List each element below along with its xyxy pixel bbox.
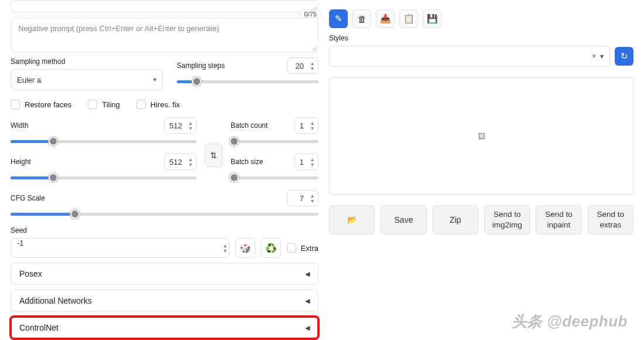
sampling-steps-label: Sampling steps [177, 62, 225, 70]
extra-checkbox[interactable]: Extra [287, 243, 318, 253]
open-folder-button[interactable]: 📂 [329, 205, 375, 234]
seed-label: Seed [11, 226, 318, 234]
output-preview: 🖼 [329, 77, 633, 195]
clipboard-button[interactable]: 📋 [399, 9, 418, 28]
send-extras-button[interactable]: Send to extras [588, 205, 633, 234]
sampling-method-label: Sampling method [11, 57, 163, 66]
batch-count-value: 1 [295, 121, 309, 130]
image-placeholder-icon: 🖼 [478, 132, 485, 141]
cfg-scale-slider[interactable] [11, 210, 318, 218]
refresh-icon: ↻ [621, 51, 628, 62]
folder-icon: 📂 [347, 215, 357, 225]
styles-select[interactable]: × ▾ [329, 46, 610, 67]
cfg-scale-input[interactable]: 7 ▴▾ [287, 190, 318, 206]
spinner-icon[interactable]: ▴▾ [224, 243, 227, 253]
refresh-styles-button[interactable]: ↻ [615, 47, 633, 66]
width-value: 512 [165, 121, 187, 130]
options-row: Restore faces Tiling Hires. fix [11, 100, 318, 109]
triangle-left-icon: ◀ [305, 270, 310, 278]
seed-input[interactable]: -1 ▴▾ [11, 238, 229, 258]
dice-icon: 🎲 [239, 243, 251, 254]
negative-prompt-placeholder: Negative prompt (press Ctrl+Enter or Alt… [18, 24, 219, 33]
hires-fix-checkbox[interactable]: Hires. fix [136, 100, 180, 109]
sampling-method-select[interactable]: Euler a ▾ [11, 69, 163, 90]
sampling-steps-slider[interactable] [177, 77, 318, 86]
inbox-button[interactable]: 📥 [376, 9, 395, 28]
accordion-label: Posex [19, 269, 42, 278]
extra-label: Extra [301, 244, 318, 253]
top-icon-row: ✎ 🗑 📥 📋 💾 [329, 9, 633, 28]
resize-grip-icon [311, 45, 317, 51]
accordion-label: ControlNet [19, 323, 59, 332]
spinner-icon[interactable]: ▴▾ [309, 157, 318, 167]
height-input[interactable]: 512 ▴▾ [164, 154, 197, 170]
chevron-down-icon: ▾ [153, 69, 156, 90]
save-icon-button[interactable]: 💾 [423, 9, 441, 28]
height-label: Height [11, 158, 31, 166]
height-slider[interactable] [11, 174, 197, 182]
send-img2img-button[interactable]: Send to img2img [484, 205, 530, 234]
watermark: 头条 @deephub [512, 311, 628, 332]
sampling-method-value: Euler a [17, 76, 41, 84]
reuse-seed-button[interactable]: ♻️ [261, 238, 281, 258]
spinner-icon[interactable]: ▴▾ [187, 120, 196, 131]
accordion-posex[interactable]: Posex ◀ [11, 263, 318, 285]
batch-count-label: Batch count [231, 121, 268, 130]
spinner-icon[interactable]: ▴▾ [187, 157, 196, 167]
floppy-icon: 💾 [427, 13, 438, 24]
width-label: Width [11, 121, 29, 130]
tiling-checkbox[interactable]: Tiling [88, 100, 120, 109]
clipboard-icon: 📋 [403, 13, 415, 24]
triangle-left-icon: ◀ [305, 324, 310, 332]
brush-icon: ✎ [335, 13, 342, 24]
inbox-icon: 📥 [380, 13, 391, 24]
trash-button[interactable]: 🗑 [352, 9, 371, 28]
styles-select-controls[interactable]: × ▾ [592, 46, 604, 67]
hires-fix-label: Hires. fix [150, 100, 180, 109]
height-value: 512 [165, 158, 187, 166]
batch-size-slider[interactable] [231, 174, 318, 182]
spinner-icon[interactable]: ▴▾ [309, 193, 318, 203]
batch-count-input[interactable]: 1 ▴▾ [294, 117, 318, 134]
accordion-controlnet[interactable]: ControlNet ◀ [11, 317, 318, 339]
sampling-steps-value: 20 [287, 62, 309, 70]
seed-value: -1 [17, 239, 24, 247]
width-slider[interactable] [11, 137, 197, 145]
negative-prompt-input[interactable]: Negative prompt (press Ctrl+Enter or Alt… [11, 18, 318, 53]
swap-dimensions-button[interactable]: ⇅ [205, 144, 222, 167]
batch-count-slider[interactable] [231, 137, 318, 145]
recycle-icon: ♻️ [265, 243, 277, 254]
width-input[interactable]: 512 ▴▾ [164, 117, 197, 134]
restore-faces-label: Restore faces [25, 100, 71, 109]
spinner-icon[interactable]: ▴▾ [309, 60, 318, 71]
accordion-additional-networks[interactable]: Additional Networks ◀ [11, 290, 318, 312]
batch-size-value: 1 [295, 158, 309, 166]
random-seed-button[interactable]: 🎲 [235, 238, 255, 258]
trash-icon: 🗑 [358, 14, 366, 24]
send-inpaint-button[interactable]: Send to inpaint [536, 205, 581, 234]
spinner-icon[interactable]: ▴▾ [309, 120, 318, 131]
batch-size-label: Batch size [231, 158, 263, 166]
accordion-label: Additional Networks [19, 296, 92, 305]
restore-faces-checkbox[interactable]: Restore faces [11, 100, 71, 109]
styles-label: Styles [329, 34, 610, 42]
zip-button[interactable]: Zip [433, 205, 478, 234]
cfg-scale-label: CFG Scale [11, 194, 45, 202]
batch-size-input[interactable]: 1 ▴▾ [294, 154, 318, 170]
cfg-scale-value: 7 [287, 194, 309, 203]
action-buttons: 📂 Save Zip Send to img2img Send to inpai… [329, 205, 633, 234]
save-button[interactable]: Save [381, 205, 426, 234]
swap-icon: ⇅ [210, 151, 217, 160]
tiling-label: Tiling [102, 100, 120, 109]
brush-button[interactable]: ✎ [329, 9, 348, 28]
triangle-left-icon: ◀ [305, 297, 310, 305]
sampling-steps-input[interactable]: 20 ▴▾ [287, 57, 318, 74]
prompt-input[interactable] [11, 0, 318, 13]
